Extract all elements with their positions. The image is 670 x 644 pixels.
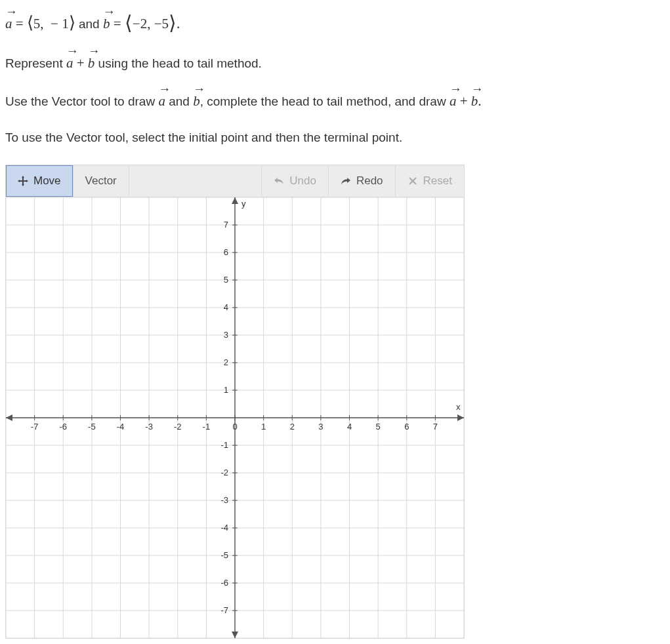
and-text: and — [75, 17, 103, 31]
svg-text:1: 1 — [261, 422, 266, 432]
svg-marker-38 — [232, 197, 238, 204]
svg-text:-4: -4 — [117, 422, 125, 432]
undo-button[interactable]: Undo — [261, 165, 329, 197]
instruction-line-1: Use the Vector tool to draw a and b, com… — [5, 91, 663, 112]
svg-marker-39 — [232, 632, 238, 638]
toolbar: Move Vector Undo Redo Reset — [6, 165, 464, 197]
svg-text:7: 7 — [433, 422, 438, 432]
svg-text:4: 4 — [224, 302, 228, 312]
redo-icon — [341, 176, 351, 186]
vector-b-symbol: b — [103, 14, 110, 35]
vector-b-value: −2, −5 — [133, 16, 169, 31]
svg-text:-1: -1 — [203, 422, 211, 432]
move-tool-button[interactable]: Move — [6, 165, 73, 197]
graphing-tool: Move Vector Undo Redo Reset -7-6-5-4-3-2… — [5, 165, 465, 639]
svg-text:-5: -5 — [220, 550, 228, 560]
definition-line: a = ⟨5, − 1⟩ and b = ⟨−2, −5⟩. — [5, 7, 663, 36]
vector-tool-button[interactable]: Vector — [73, 165, 129, 197]
instruction-line-2: To use the Vector tool, select the initi… — [5, 129, 663, 148]
svg-text:-1: -1 — [220, 440, 228, 450]
toolbar-spacer — [129, 165, 262, 197]
svg-marker-37 — [6, 414, 12, 421]
reset-label: Reset — [423, 172, 452, 190]
svg-marker-36 — [457, 414, 464, 421]
svg-text:4: 4 — [347, 422, 352, 432]
svg-text:0: 0 — [232, 422, 237, 432]
svg-text:-6: -6 — [59, 422, 67, 432]
redo-button[interactable]: Redo — [329, 165, 396, 197]
svg-text:6: 6 — [224, 247, 228, 257]
redo-label: Redo — [356, 172, 383, 190]
vector-label: Vector — [85, 172, 117, 190]
svg-text:6: 6 — [404, 422, 409, 432]
svg-text:-4: -4 — [220, 523, 228, 533]
svg-text:-2: -2 — [220, 468, 228, 477]
svg-text:-3: -3 — [145, 422, 153, 432]
move-icon — [18, 176, 28, 186]
svg-text:2: 2 — [224, 357, 228, 367]
undo-icon — [274, 176, 284, 186]
svg-text:-6: -6 — [220, 578, 228, 588]
svg-text:-2: -2 — [174, 422, 182, 432]
svg-text:-3: -3 — [220, 495, 228, 505]
close-icon — [408, 176, 418, 186]
coordinate-plane[interactable]: -7-6-5-4-3-2-101234567-7-6-5-4-3-2-11234… — [6, 197, 464, 638]
problem-statement: a = ⟨5, − 1⟩ and b = ⟨−2, −5⟩. Represent… — [5, 7, 663, 148]
svg-text:-5: -5 — [88, 422, 96, 432]
svg-text:-7: -7 — [220, 605, 228, 615]
svg-text:-7: -7 — [31, 422, 39, 432]
svg-text:3: 3 — [224, 330, 228, 340]
reset-button[interactable]: Reset — [396, 165, 464, 197]
svg-text:y: y — [241, 199, 246, 209]
svg-text:1: 1 — [224, 385, 228, 395]
svg-text:x: x — [456, 402, 461, 412]
svg-text:2: 2 — [290, 422, 295, 432]
move-label: Move — [33, 172, 61, 190]
svg-text:3: 3 — [318, 422, 323, 432]
svg-text:5: 5 — [224, 275, 228, 285]
vector-a-symbol: a — [5, 14, 12, 35]
undo-label: Undo — [289, 172, 316, 190]
svg-text:5: 5 — [376, 422, 381, 432]
represent-line: Represent a + b using the head to tail m… — [5, 53, 663, 74]
svg-text:7: 7 — [224, 220, 228, 230]
